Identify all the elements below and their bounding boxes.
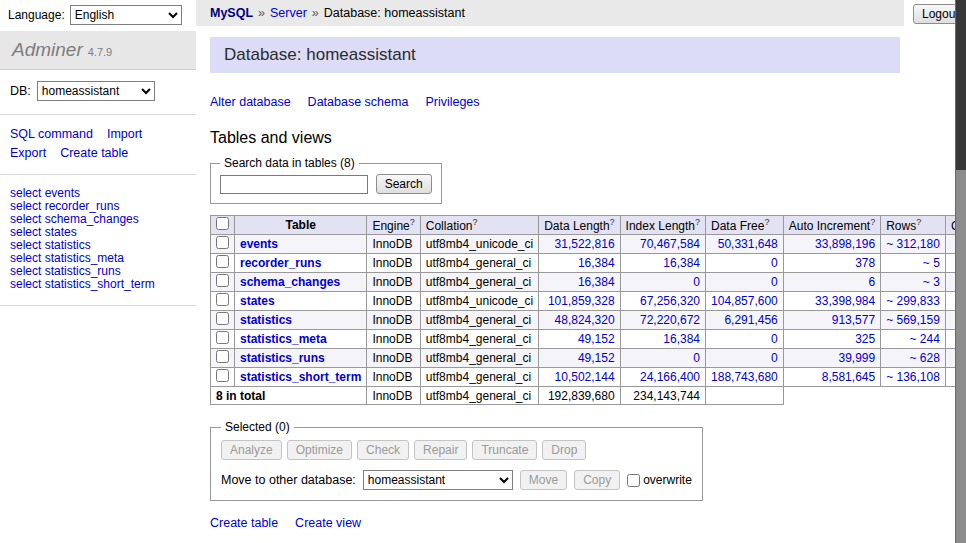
index-length-link[interactable]: 16,384 (663, 332, 700, 346)
rows-count-link[interactable]: ~ 312,180 (886, 237, 940, 251)
copy-button[interactable]: Copy (574, 470, 620, 490)
row-checkbox[interactable] (216, 255, 229, 268)
table-name-link[interactable]: statistics_meta (240, 332, 327, 346)
index-length-link[interactable]: 24,166,400 (640, 370, 700, 384)
table-name-link[interactable]: recorder_runs (240, 256, 321, 270)
sidebar-action-link[interactable]: Create table (60, 146, 128, 160)
rows-count-link[interactable]: ~ 3 (923, 275, 940, 289)
optimize-button[interactable]: Optimize (287, 440, 352, 460)
auto-increment-link[interactable]: 39,999 (838, 351, 875, 365)
index-length-link[interactable]: 70,467,584 (640, 237, 700, 251)
rows-count-link[interactable]: ~ 569,159 (886, 313, 940, 327)
sidebar-table-link[interactable]: select statistics (10, 239, 186, 252)
select-all-checkbox[interactable] (216, 217, 229, 230)
sidebar-table-link[interactable]: select schema_changes (10, 213, 186, 226)
language-select[interactable]: English (70, 5, 182, 25)
drop-button[interactable]: Drop (542, 440, 586, 460)
auto-increment-link[interactable]: 33,898,196 (815, 237, 875, 251)
sidebar-table-link[interactable]: select statistics_short_term (10, 278, 186, 291)
index-length-link[interactable]: 0 (693, 275, 700, 289)
data-free-link[interactable]: 0 (771, 351, 778, 365)
table-name-link[interactable]: schema_changes (240, 275, 340, 289)
row-checkbox[interactable] (216, 236, 229, 249)
data-length-link[interactable]: 49,152 (578, 332, 615, 346)
rows-count-link[interactable]: ~ 136,108 (886, 370, 940, 384)
row-checkbox[interactable] (216, 369, 229, 382)
column-help-icon[interactable]: ? (916, 217, 921, 227)
column-help-icon[interactable]: ? (610, 217, 615, 227)
scrollbar-thumb[interactable] (956, 0, 966, 170)
search-button[interactable]: Search (376, 174, 432, 194)
column-help-icon[interactable]: ? (695, 217, 700, 227)
column-help-icon[interactable]: ? (410, 217, 415, 227)
rows-count-link[interactable]: ~ 5 (923, 256, 940, 270)
row-checkbox[interactable] (216, 331, 229, 344)
data-free-link[interactable]: 188,743,680 (711, 370, 778, 384)
check-button[interactable]: Check (357, 440, 409, 460)
data-length-link[interactable]: 16,384 (578, 256, 615, 270)
auto-increment-link[interactable]: 8,581,645 (822, 370, 875, 384)
overwrite-checkbox[interactable] (627, 474, 640, 487)
db-action-link[interactable]: Database schema (308, 95, 409, 109)
repair-button[interactable]: Repair (414, 440, 467, 460)
row-checkbox[interactable] (216, 350, 229, 363)
data-length-link[interactable]: 31,522,816 (555, 237, 615, 251)
breadcrumb-system-link[interactable]: MySQL (210, 6, 253, 20)
index-length-link[interactable]: 72,220,672 (640, 313, 700, 327)
move-button[interactable]: Move (520, 470, 567, 490)
rows-count-link[interactable]: ~ 628 (910, 351, 940, 365)
sidebar-table-link[interactable]: select recorder_runs (10, 200, 186, 213)
auto-increment-link[interactable]: 6 (868, 275, 875, 289)
sidebar-table-link[interactable]: select statistics_runs (10, 265, 186, 278)
data-length-link[interactable]: 10,502,144 (555, 370, 615, 384)
data-free-link[interactable]: 6,291,456 (724, 313, 777, 327)
sidebar-action-link[interactable]: SQL command (10, 127, 93, 141)
search-input[interactable] (220, 175, 368, 194)
auto-increment-link[interactable]: 325 (855, 332, 875, 346)
sidebar-action-link[interactable]: Import (107, 127, 142, 141)
data-length-link[interactable]: 48,824,320 (555, 313, 615, 327)
data-length-link[interactable]: 16,384 (578, 275, 615, 289)
index-length-link[interactable]: 16,384 (663, 256, 700, 270)
db-select[interactable]: homeassistant (37, 81, 155, 101)
table-name-link[interactable]: statistics_runs (240, 351, 325, 365)
column-help-icon[interactable]: ? (472, 217, 477, 227)
data-free-link[interactable]: 104,857,600 (711, 294, 778, 308)
create-link[interactable]: Create view (295, 516, 361, 530)
column-help-icon[interactable]: ? (870, 217, 875, 227)
sidebar-table-link[interactable]: select events (10, 187, 186, 200)
data-free-link[interactable]: 0 (771, 275, 778, 289)
table-name-link[interactable]: states (240, 294, 275, 308)
rows-count-link[interactable]: ~ 299,833 (886, 294, 940, 308)
auto-increment-link[interactable]: 378 (855, 256, 875, 270)
data-length-link[interactable]: 101,859,328 (548, 294, 615, 308)
row-checkbox[interactable] (216, 293, 229, 306)
sidebar-table-link[interactable]: select statistics_meta (10, 252, 186, 265)
table-name-link[interactable]: statistics_short_term (240, 370, 361, 384)
data-length-link[interactable]: 49,152 (578, 351, 615, 365)
rows-count-link[interactable]: ~ 244 (910, 332, 940, 346)
data-free-link[interactable]: 50,331,648 (718, 237, 778, 251)
truncate-button[interactable]: Truncate (472, 440, 537, 460)
data-free-link[interactable]: 0 (771, 256, 778, 270)
index-length-link[interactable]: 67,256,320 (640, 294, 700, 308)
auto-increment-link[interactable]: 913,577 (832, 313, 875, 327)
table-name-link[interactable]: statistics (240, 313, 292, 327)
row-checkbox[interactable] (216, 274, 229, 287)
move-db-select[interactable]: homeassistant (363, 470, 513, 490)
data-free-link[interactable]: 0 (771, 332, 778, 346)
auto-increment-link[interactable]: 33,398,984 (815, 294, 875, 308)
row-checkbox[interactable] (216, 312, 229, 325)
scrollbar[interactable] (955, 0, 966, 543)
table-name-link[interactable]: events (240, 237, 278, 251)
sidebar-table-link[interactable]: select states (10, 226, 186, 239)
column-help-icon[interactable]: ? (764, 217, 769, 227)
breadcrumb-server-link[interactable]: Server (270, 6, 307, 20)
index-length-link[interactable]: 0 (693, 351, 700, 365)
sidebar-action-link[interactable]: Export (10, 146, 46, 160)
analyze-button[interactable]: Analyze (221, 440, 282, 460)
db-action-link[interactable]: Alter database (210, 95, 291, 109)
db-action-link[interactable]: Privileges (425, 95, 479, 109)
create-link[interactable]: Create table (210, 516, 278, 530)
data-free-cell: 0 (706, 254, 784, 273)
